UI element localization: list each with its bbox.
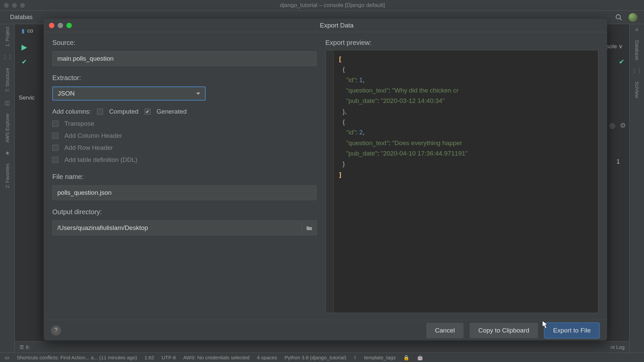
window-traffic-lights [4, 3, 25, 8]
editor-tab[interactable]: ▮ co [21, 24, 33, 38]
status-encoding[interactable]: UTF-8 [162, 355, 176, 360]
add-row-header-checkbox[interactable] [52, 145, 58, 151]
star-icon: ★ [5, 150, 10, 156]
copy-to-clipboard-button[interactable]: Copy to Clipboard [470, 323, 538, 338]
preview-label: Export preview: [325, 39, 598, 47]
file-name-input[interactable] [52, 185, 317, 200]
status-aws[interactable]: AWS: No credentials selected [183, 355, 250, 360]
add-row-header-label: Add Row Header [64, 144, 113, 152]
sciview-dots-icon: ⋮⋮ [632, 68, 642, 74]
add-ddl-checkbox[interactable] [52, 157, 58, 163]
generated-checkbox[interactable]: ✔ [145, 109, 151, 115]
lock-icon[interactable]: 🔒 [403, 355, 410, 361]
services-panel-label[interactable]: Servic [19, 95, 35, 101]
add-ddl-label: Add table definition (DDL) [64, 156, 138, 164]
run-icon[interactable]: ▶ [21, 43, 27, 52]
transpose-checkbox[interactable] [52, 121, 58, 127]
bars-icon: ≡ [635, 27, 638, 33]
git-branch-icon: ᚼ [354, 355, 357, 360]
extractor-label: Extractor: [52, 74, 317, 82]
file-name-label: File name: [52, 173, 317, 181]
check-icon: ✔ [21, 58, 27, 66]
code-gutter [326, 50, 334, 313]
status-python-interpreter[interactable]: Python 3.8 (django_tutorial) [284, 355, 346, 360]
minimize-window-icon[interactable] [12, 3, 17, 8]
output-directory-label: Output directory: [52, 208, 317, 216]
export-data-dialog: Export Data Source: Extractor: JSON Add … [44, 19, 607, 341]
close-window-icon[interactable] [4, 3, 9, 8]
dialog-title: Export Data [72, 22, 602, 29]
memory-icon[interactable]: 🤖 [417, 355, 423, 361]
status-caret-pos[interactable]: 1:62 [145, 355, 154, 360]
generated-label: Generated [157, 108, 187, 115]
database-panel-tab[interactable]: Databas [10, 14, 33, 21]
database-tool-button[interactable]: Database [634, 40, 640, 60]
gear-icon[interactable]: ⚙ [620, 121, 626, 129]
status-indent[interactable]: 4 spaces [257, 355, 277, 360]
structure-dots-icon: ⋮⋮ [2, 54, 13, 60]
project-tool-button[interactable]: 1: Project [5, 27, 10, 47]
dialog-zoom-icon[interactable] [66, 23, 72, 28]
source-input[interactable] [52, 51, 317, 66]
preview-editor: [ { "id": 1, "question_text": "Why did t… [325, 50, 598, 313]
dialog-footer: ? Cancel Copy to Clipboard Export to Fil… [44, 320, 607, 341]
preview-code[interactable]: [ { "id": 1, "question_text": "Why did t… [334, 50, 473, 313]
dialog-titlebar: Export Data [44, 19, 607, 32]
transpose-label: Transpose [64, 120, 94, 127]
extractor-value: JSON [58, 90, 75, 97]
bottom-tool-stripe: ☰ 6: nt Log [15, 341, 629, 353]
notifications-icon[interactable]: ▭ [5, 355, 9, 361]
right-toolbar: ◎ ⚙ [609, 121, 626, 129]
window-titlebar: django_tutorial – console [Django defaul… [0, 0, 644, 11]
file-icon: ▮ [21, 27, 24, 35]
chevron-down-icon [196, 93, 200, 95]
window-title: django_tutorial – console [Django defaul… [25, 2, 640, 9]
horizontal-scrollbar[interactable] [326, 313, 598, 313]
dialog-close-icon[interactable] [49, 23, 54, 28]
left-tool-stripe: 1: Project ⋮⋮ 7: Structure ◫ AWS Explore… [0, 24, 15, 353]
event-log-button[interactable]: nt Log [610, 344, 625, 350]
zoom-window-icon[interactable] [20, 3, 25, 8]
add-column-header-label: Add Column Header [64, 132, 122, 139]
source-label: Source: [52, 39, 317, 47]
user-avatar[interactable] [629, 13, 637, 22]
right-tool-stripe: ≡ Database ⋮⋮ SciView [629, 24, 644, 353]
structure-tool-button[interactable]: 7: Structure [5, 68, 10, 92]
extractor-select[interactable]: JSON [52, 86, 206, 101]
output-directory-input[interactable] [52, 221, 302, 235]
add-column-header-checkbox[interactable] [52, 133, 58, 139]
computed-label: Computed [109, 108, 139, 115]
favorites-tool-button[interactable]: 2: Favorites [5, 164, 10, 188]
eye-icon[interactable]: ◎ [609, 121, 615, 129]
help-button[interactable]: ? [51, 325, 61, 336]
sciview-tool-button[interactable]: SciView [634, 81, 640, 98]
status-shortcuts[interactable]: Shortcuts conflicts: Find Action... a...… [17, 355, 137, 360]
todo-indicator-icon[interactable]: ☰ [19, 344, 24, 350]
inspection-ok-icon: ✔ [619, 58, 625, 66]
result-count: 1 [616, 158, 620, 165]
status-git-branch[interactable]: template_tags [364, 355, 395, 360]
dialog-traffic-lights [49, 23, 72, 28]
status-bar: ▭ Shortcuts conflicts: Find Action... a.… [0, 353, 644, 362]
search-icon[interactable] [615, 14, 623, 21]
add-columns-label: Add columns: [52, 108, 91, 115]
computed-checkbox[interactable] [97, 109, 103, 115]
dialog-minimize-icon[interactable] [58, 23, 63, 28]
folder-icon [306, 225, 313, 231]
cancel-button[interactable]: Cancel [426, 323, 464, 338]
aws-explorer-tool-button[interactable]: AWS Explorer [5, 113, 10, 142]
export-preview-pane: Export preview: [ { "id": 1, "question_t… [325, 32, 607, 320]
export-to-file-button[interactable]: Export to File [544, 322, 600, 339]
browse-directory-button[interactable] [302, 221, 317, 235]
aws-cube-icon: ◫ [5, 100, 10, 106]
line-indicator: 6: [26, 344, 30, 350]
export-options-pane: Source: Extractor: JSON Add columns: Com… [44, 32, 325, 320]
svg-point-0 [616, 14, 621, 19]
svg-line-1 [620, 18, 622, 20]
editor-tab-label: co [27, 27, 33, 34]
run-config-selector[interactable]: sole ∨ [606, 43, 623, 50]
